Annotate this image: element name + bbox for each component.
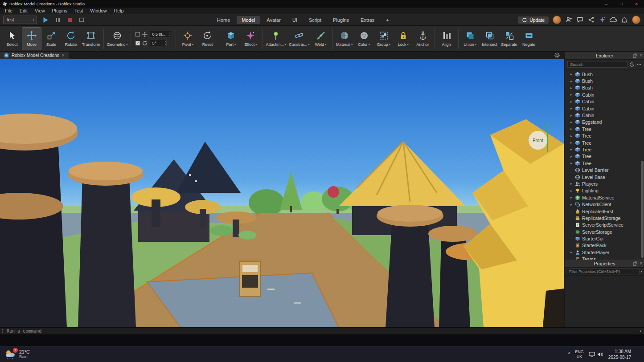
explorer-item[interactable]: ▸Cabin xyxy=(565,91,644,98)
close-panel-icon[interactable]: × xyxy=(640,53,642,58)
explorer-item[interactable]: StarterPack xyxy=(565,242,644,249)
expand-arrow-icon[interactable]: ▸ xyxy=(570,155,573,159)
close-panel-icon[interactable]: × xyxy=(640,261,642,266)
group-button[interactable]: Group▾ xyxy=(374,27,394,50)
explorer-item[interactable]: ▸Lighting xyxy=(565,187,644,194)
scale-tool-button[interactable]: Scale xyxy=(41,27,61,50)
expand-arrow-icon[interactable]: ▸ xyxy=(570,86,573,90)
explorer-item[interactable]: ▸Cabin xyxy=(565,98,644,105)
pause-button[interactable] xyxy=(54,17,61,23)
explorer-item[interactable]: ▸Players xyxy=(565,180,644,187)
rotate-tool-button[interactable]: Rotate xyxy=(61,27,81,50)
expand-arrow-icon[interactable]: ▸ xyxy=(570,182,573,186)
tab-avatar[interactable]: Avatar xyxy=(262,16,286,24)
explorer-item[interactable]: ▸MaterialService xyxy=(565,194,644,201)
view-selector[interactable]: Front xyxy=(529,131,547,150)
search-history-icon[interactable] xyxy=(629,62,635,67)
color-button[interactable]: Color▾ xyxy=(354,27,374,50)
explorer-item[interactable]: ▸Tree xyxy=(565,153,644,160)
expand-arrow-icon[interactable]: ▸ xyxy=(570,141,573,145)
snap-move-checkbox[interactable] xyxy=(135,32,140,37)
chevron-down-icon[interactable]: ▾ xyxy=(641,270,642,273)
snap-rotate-checkbox[interactable]: ✓ xyxy=(135,41,140,45)
explorer-item[interactable]: Level Barrier xyxy=(565,167,644,173)
explorer-item[interactable]: ▸Eggstand xyxy=(565,119,644,126)
move-snap-value[interactable]: 0.5 st... ▴▾ xyxy=(150,31,171,37)
explorer-item[interactable]: ▸Tree xyxy=(565,133,644,139)
menu-test[interactable]: Test xyxy=(71,8,86,13)
ai-assistant-button[interactable] xyxy=(599,16,606,24)
expand-arrow-icon[interactable]: ▸ xyxy=(570,250,573,254)
negate-button[interactable]: Negate xyxy=(519,27,539,50)
taskbar-weather-widget[interactable]: 2 21°C Rain xyxy=(4,349,29,360)
explorer-item[interactable]: ReplicatedFirst xyxy=(565,208,644,215)
attachment-button[interactable]: Attachm...▾ xyxy=(264,27,287,50)
drag-grip-icon[interactable] xyxy=(1,329,4,334)
pivot-button[interactable]: Pivot▾ xyxy=(178,27,197,50)
menu-plugins[interactable]: Plugins xyxy=(49,8,71,13)
explorer-item[interactable]: ▸NetworkClient xyxy=(565,201,644,207)
stepper-arrows[interactable]: ▴▾ xyxy=(169,31,171,37)
reset-button[interactable]: Reset xyxy=(197,27,217,50)
expand-arrow-icon[interactable]: ▸ xyxy=(570,161,573,165)
geometric-button[interactable]: Geometric▾ xyxy=(106,27,129,50)
update-button[interactable]: Update xyxy=(518,16,549,24)
expand-arrow-icon[interactable]: ▸ xyxy=(570,189,573,193)
expand-arrow-icon[interactable]: ▸ xyxy=(570,134,573,138)
explorer-item[interactable]: ▸Bush xyxy=(565,77,644,84)
float-panel-icon[interactable] xyxy=(633,53,637,58)
viewport-settings-gear-icon[interactable] xyxy=(554,52,560,58)
explorer-item[interactable]: ReplicatedStorage xyxy=(565,215,644,221)
explorer-item[interactable]: ▸Tree xyxy=(565,146,644,153)
chevron-down-icon[interactable]: ▾ xyxy=(640,329,641,333)
command-input[interactable] xyxy=(6,328,640,334)
explorer-item[interactable]: ▸StarterPlayer xyxy=(565,249,644,256)
close-tab-icon[interactable]: × xyxy=(62,53,65,58)
stop-button[interactable] xyxy=(66,17,73,23)
explorer-scrollbar[interactable] xyxy=(641,161,644,258)
rotate-snap-value[interactable]: 5° ▴▾ xyxy=(150,40,167,46)
expand-arrow-icon[interactable]: ▸ xyxy=(570,72,573,76)
menu-help[interactable]: Help xyxy=(111,8,127,13)
minimize-button[interactable]: – xyxy=(599,0,614,8)
share-button[interactable] xyxy=(587,16,595,24)
weld-button[interactable]: Weld▾ xyxy=(311,27,331,50)
explorer-item[interactable]: ▸Tree xyxy=(565,126,644,132)
anchor-button[interactable]: Anchor xyxy=(413,27,433,50)
material-button[interactable]: Material▾ xyxy=(335,27,354,50)
explorer-item[interactable]: ▸Tree xyxy=(565,160,644,167)
tab-plugins[interactable]: Plugins xyxy=(328,16,354,24)
expand-arrow-icon[interactable]: ▸ xyxy=(570,195,573,199)
menu-window[interactable]: Window xyxy=(86,8,110,13)
play-button[interactable] xyxy=(42,17,49,23)
explorer-item[interactable]: Teams xyxy=(565,256,644,260)
notifications-button[interactable] xyxy=(621,16,628,24)
explorer-search-input[interactable] xyxy=(567,61,628,68)
expand-arrow-icon[interactable]: ▸ xyxy=(570,147,573,151)
explorer-item[interactable]: ▸Cabin xyxy=(565,112,644,118)
lock-button[interactable]: Lock▾ xyxy=(394,27,413,50)
select-tool-button[interactable]: Select xyxy=(2,27,22,50)
expand-arrow-icon[interactable]: ▸ xyxy=(570,93,573,97)
expand-arrow-icon[interactable]: ▸ xyxy=(570,106,573,110)
explorer-item[interactable]: ▸Bush xyxy=(565,71,644,77)
3d-viewport[interactable]: Front xyxy=(0,59,564,327)
profile-avatar[interactable] xyxy=(632,16,640,24)
user-avatar[interactable] xyxy=(553,16,561,24)
test-device-dropdown[interactable]: Test ▾ xyxy=(3,16,37,24)
explorer-item[interactable]: StarterGui xyxy=(565,235,644,242)
menu-edit[interactable]: Edit xyxy=(16,8,31,13)
step-button[interactable] xyxy=(78,17,85,23)
intersect-button[interactable]: Intersect xyxy=(480,27,500,50)
tray-status-icons[interactable] xyxy=(589,352,603,357)
tab-script[interactable]: Script xyxy=(304,16,326,24)
tab-extras[interactable]: Extras xyxy=(356,16,379,24)
move-tool-button[interactable]: Move xyxy=(22,27,41,50)
expand-arrow-icon[interactable]: ▸ xyxy=(570,100,573,104)
tab-ui[interactable]: UI xyxy=(287,16,302,24)
menu-file[interactable]: File xyxy=(1,8,16,13)
tab-home[interactable]: Home xyxy=(212,16,235,24)
explorer-item[interactable]: ▸Cabin xyxy=(565,105,644,112)
menu-view[interactable]: View xyxy=(31,8,49,13)
expand-arrow-icon[interactable]: ▸ xyxy=(570,79,573,83)
